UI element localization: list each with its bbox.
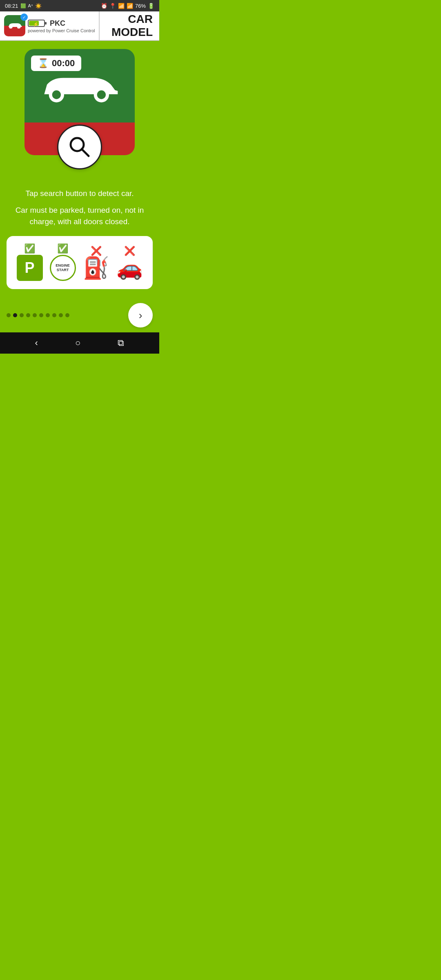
engine-status-icon: ✅ (57, 244, 68, 253)
header: ✓ ⚡ PKC powered by Power Cruise Control … (0, 11, 159, 41)
pagination-dot-9[interactable] (65, 313, 69, 317)
pagination-dot-6[interactable] (46, 313, 50, 317)
location-icon: 📍 (109, 3, 116, 9)
card-top: ⌛ 00:00 (24, 49, 135, 122)
timer-badge: ⌛ 00:00 (31, 56, 81, 71)
pagination-dot-5[interactable] (39, 313, 43, 317)
pkc-label: PKC (50, 19, 65, 28)
header-pkc-info: ⚡ PKC powered by Power Cruise Control (28, 18, 95, 33)
pkc-powered-by: powered by Power Cruise Control (28, 28, 95, 33)
main-content: ⌛ 00:00 Tap search button to detect car. (0, 41, 159, 298)
svg-point-1 (17, 26, 20, 29)
logo-check-badge: ✓ (20, 13, 28, 21)
logo-car-icon (7, 22, 22, 30)
app-card: ⌛ 00:00 (24, 49, 135, 155)
pkc-top-row: ⚡ PKC (28, 18, 65, 28)
battery-percent: 76% (135, 3, 146, 9)
svg-point-7 (52, 90, 61, 99)
svg-point-9 (97, 90, 106, 99)
req-doors: ❌ 🚗 (116, 247, 143, 278)
bottom-navigation: › (0, 298, 159, 332)
pkc-icon: 🟩 (20, 3, 26, 9)
doors-status-icon: ❌ (124, 247, 135, 256)
svg-rect-4 (45, 22, 47, 24)
pagination-dot-0[interactable] (7, 313, 11, 317)
recent-button[interactable]: ⧉ (111, 334, 131, 352)
svg-line-11 (82, 149, 89, 156)
parked-status-icon: ✅ (24, 244, 35, 253)
timer-value: 00:00 (52, 58, 75, 69)
logo-wrapper: ✓ (4, 15, 25, 36)
sun-icon: ☀️ (35, 3, 42, 9)
app-logo-icon: ✓ (4, 15, 25, 36)
pagination-dot-4[interactable] (33, 313, 37, 317)
signal-icon: 📶 (127, 3, 133, 9)
status-right: ⏰ 📍 📶 📶 76% 🔋 (101, 3, 154, 9)
req-parked: ✅ P (17, 244, 43, 281)
pkc-battery-icon: ⚡ (28, 18, 48, 28)
engine-icon: ENGINESTART (50, 255, 76, 281)
parked-icon: P (17, 255, 43, 281)
car-silhouette (39, 75, 120, 102)
pagination-dot-1[interactable] (13, 313, 17, 317)
status-time: 08:21 (5, 3, 18, 9)
req-not-charging: ❌ ⛽ (83, 247, 109, 278)
svg-point-0 (9, 26, 11, 29)
search-icon (67, 135, 92, 159)
pagination-dot-7[interactable] (52, 313, 56, 317)
charging-icon: ⛽ (83, 257, 109, 278)
next-button-label: › (139, 309, 143, 322)
search-button[interactable] (57, 125, 102, 169)
status-left: 08:21 🟩 Aˣ ☀️ (5, 3, 42, 9)
back-button[interactable]: ‹ (29, 334, 45, 352)
instruction-line1: Tap search button to detect car. (11, 188, 149, 200)
header-logo-section: ✓ ⚡ PKC powered by Power Cruise Control (0, 11, 100, 40)
page-title: CAR MODEL (100, 13, 159, 39)
pagination-dot-3[interactable] (26, 313, 30, 317)
notcharging-status-icon: ❌ (91, 247, 102, 256)
status-bar: 08:21 🟩 Aˣ ☀️ ⏰ 📍 📶 📶 76% 🔋 (0, 0, 159, 11)
req-engine: ✅ ENGINESTART (50, 244, 76, 281)
ax-label: Aˣ (28, 3, 33, 9)
timer-icon: ⌛ (38, 58, 49, 69)
pagination-dot-2[interactable] (20, 313, 24, 317)
instruction-line2: Car must be parked, turned on, not in ch… (11, 205, 149, 228)
next-button[interactable]: › (128, 303, 153, 327)
requirements-card: ✅ P ✅ ENGINESTART ❌ ⛽ ❌ 🚗 (7, 236, 153, 289)
home-button[interactable]: ○ (69, 334, 87, 352)
pagination-dots (7, 313, 69, 317)
pagination-dot-8[interactable] (59, 313, 63, 317)
alarm-icon: ⏰ (101, 3, 107, 9)
instructions: Tap search button to detect car. Car mus… (7, 188, 153, 233)
android-nav-bar: ‹ ○ ⧉ (0, 332, 159, 354)
battery-icon: 🔋 (148, 3, 154, 9)
svg-text:⚡: ⚡ (33, 21, 39, 27)
doors-icon: 🚗 (116, 257, 143, 278)
wifi-icon: 📶 (118, 3, 125, 9)
